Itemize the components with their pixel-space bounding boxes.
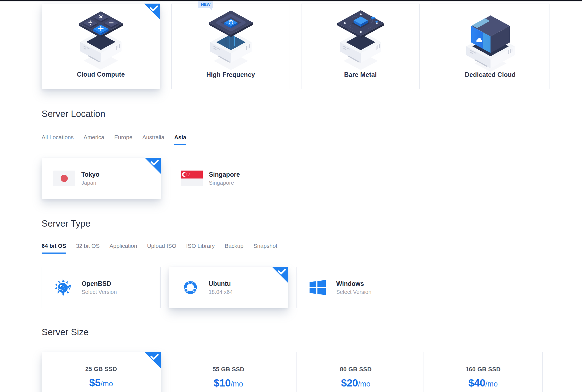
size-card-160gb[interactable]: 160 GB SSD $40/mo $0.060/h bbox=[424, 352, 543, 392]
server-location-heading: Server Location bbox=[42, 109, 105, 119]
size-price: $5/mo bbox=[42, 377, 161, 389]
plan-card-high-frequency[interactable]: NEW bbox=[171, 4, 290, 89]
plan-label: Cloud Compute bbox=[42, 71, 160, 78]
os-version: 18.04 x64 bbox=[209, 289, 233, 295]
windows-logo-icon bbox=[308, 278, 327, 297]
tab-iso-library[interactable]: ISO Library bbox=[186, 243, 215, 254]
location-city: Singapore bbox=[209, 171, 240, 178]
size-storage: 25 GB SSD bbox=[42, 366, 161, 373]
selected-checkmark-icon bbox=[145, 352, 161, 368]
os-name: Ubuntu bbox=[209, 280, 233, 288]
os-card-windows[interactable]: Windows Select Version bbox=[296, 267, 415, 308]
plan-card-bare-metal[interactable]: Bare Metal bbox=[301, 4, 420, 89]
size-storage: 160 GB SSD bbox=[424, 366, 542, 373]
tab-australia[interactable]: Australia bbox=[142, 134, 165, 145]
dedicated-cloud-illustration bbox=[455, 4, 526, 73]
size-price: $20/mo bbox=[297, 377, 415, 389]
selected-checkmark-icon bbox=[272, 267, 288, 283]
server-type-tabs: 64 bit OS 32 bit OS Application Upload I… bbox=[42, 243, 277, 254]
tab-all-locations[interactable]: All Locations bbox=[42, 134, 74, 145]
singapore-flag-icon bbox=[181, 171, 203, 186]
location-tabs: All Locations America Europe Australia A… bbox=[42, 134, 186, 145]
os-version: Select Version bbox=[82, 289, 117, 295]
size-period: /mo bbox=[231, 380, 243, 388]
location-city: Tokyo bbox=[81, 171, 99, 178]
size-storage: 55 GB SSD bbox=[169, 366, 288, 373]
os-version: Select Version bbox=[336, 289, 371, 295]
tab-upload-iso[interactable]: Upload ISO bbox=[147, 243, 176, 254]
location-country: Japan bbox=[81, 180, 99, 186]
tab-32bit-os[interactable]: 32 bit OS bbox=[76, 243, 99, 254]
server-size-heading: Server Size bbox=[42, 327, 89, 337]
size-period: /mo bbox=[358, 380, 370, 388]
ubuntu-circle-of-friends-icon bbox=[180, 278, 200, 297]
os-card-openbsd[interactable]: OpenBSD Select Version bbox=[42, 267, 161, 308]
tab-application[interactable]: Application bbox=[109, 243, 137, 254]
size-period: /mo bbox=[101, 380, 113, 388]
location-country: Singapore bbox=[209, 180, 240, 186]
selected-checkmark-icon bbox=[145, 158, 161, 174]
location-card-singapore[interactable]: Singapore Singapore bbox=[169, 158, 288, 199]
high-frequency-illustration bbox=[195, 4, 267, 73]
new-badge: NEW bbox=[198, 1, 213, 8]
size-card-25gb[interactable]: 25 GB SSD $5/mo $0.007/h bbox=[42, 352, 161, 392]
japan-flag-icon bbox=[53, 171, 75, 186]
plan-card-dedicated-cloud[interactable]: Dedicated Cloud bbox=[431, 4, 549, 89]
deploy-server-page: Cloud Compute NEW bbox=[0, 0, 582, 392]
size-card-80gb[interactable]: 80 GB SSD $20/mo $0.030/h bbox=[296, 352, 415, 392]
window-top-edge bbox=[0, 0, 582, 1]
plan-label: Dedicated Cloud bbox=[431, 71, 549, 79]
plan-label: Bare Metal bbox=[301, 71, 419, 79]
size-price: $10/mo bbox=[169, 377, 288, 389]
openbsd-pufferfish-icon bbox=[53, 278, 73, 297]
tab-snapshot[interactable]: Snapshot bbox=[254, 243, 277, 254]
tab-america[interactable]: America bbox=[83, 134, 104, 145]
os-card-ubuntu[interactable]: Ubuntu 18.04 x64 bbox=[169, 267, 288, 308]
tab-64bit-os[interactable]: 64 bit OS bbox=[42, 243, 66, 254]
size-period: /mo bbox=[485, 380, 498, 388]
plan-card-cloud-compute[interactable]: Cloud Compute bbox=[42, 4, 160, 89]
cloud-compute-illustration bbox=[65, 4, 137, 73]
bare-metal-illustration bbox=[325, 4, 397, 73]
server-type-heading: Server Type bbox=[42, 218, 90, 229]
selected-checkmark-icon bbox=[144, 4, 160, 20]
tab-backup[interactable]: Backup bbox=[225, 243, 243, 254]
plan-label: High Frequency bbox=[172, 71, 290, 79]
location-card-tokyo[interactable]: Tokyo Japan bbox=[42, 158, 161, 199]
os-name: Windows bbox=[336, 280, 371, 288]
size-card-55gb[interactable]: 55 GB SSD $10/mo $0.015/h bbox=[169, 352, 288, 392]
size-price: $40/mo bbox=[424, 377, 542, 389]
tab-europe[interactable]: Europe bbox=[114, 134, 132, 145]
tab-asia[interactable]: Asia bbox=[174, 134, 186, 145]
size-storage: 80 GB SSD bbox=[297, 366, 415, 373]
os-name: OpenBSD bbox=[82, 280, 117, 288]
